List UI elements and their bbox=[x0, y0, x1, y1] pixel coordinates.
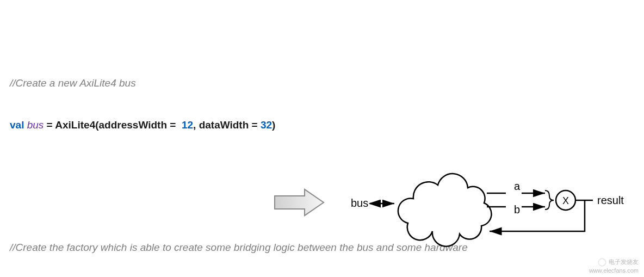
label-b: b bbox=[514, 204, 520, 216]
bracket-icon bbox=[545, 190, 554, 210]
code-line-bus: val bus = AxiLite4(addressWidth = 12, da… bbox=[10, 118, 634, 132]
comment-line: //Create a new AxiLite4 bus bbox=[10, 76, 634, 90]
label-result: result bbox=[597, 194, 624, 206]
big-arrow-icon bbox=[275, 189, 324, 216]
section-create-bus: //Create a new AxiLite4 bus val bus = Ax… bbox=[10, 48, 634, 160]
watermark-logo-icon bbox=[597, 257, 607, 267]
label-a: a bbox=[514, 180, 521, 192]
ident-bus: bus bbox=[27, 119, 44, 131]
label-mul: X bbox=[562, 195, 569, 206]
label-bus: bus bbox=[351, 197, 368, 209]
bridging-cloud-icon bbox=[398, 174, 492, 247]
watermark-line2: www.elecfans.com bbox=[589, 267, 639, 274]
watermark-line1: 电子发烧友 bbox=[609, 258, 639, 265]
watermark: 电子发烧友 www.elecfans.com bbox=[589, 257, 639, 274]
diagram-svg: bus a b X result bbox=[272, 163, 631, 256]
diagram: bus a b X result bbox=[272, 163, 631, 256]
keyword-val: val bbox=[10, 119, 24, 131]
fn-axilite4: AxiLite4 bbox=[55, 119, 95, 131]
